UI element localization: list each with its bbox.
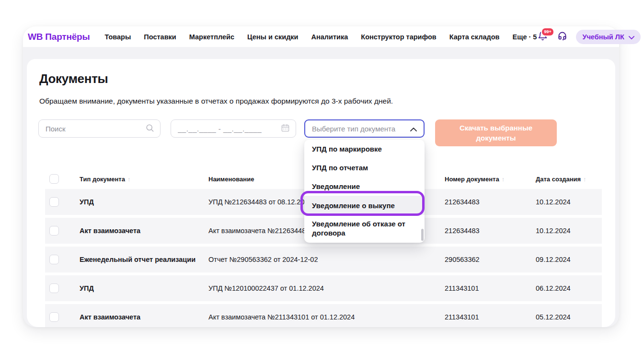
cell-number: 211343101 xyxy=(445,284,536,292)
cell-type: Еженедельный отчет реализации xyxy=(80,256,208,263)
date-range-input[interactable]: __.__.____ - __.__.____ xyxy=(171,119,296,138)
nav-item-supplies[interactable]: Поставки xyxy=(144,33,176,41)
nav-item-goods[interactable]: Товары xyxy=(105,33,131,41)
app-window: WB Партнёры Товары Поставки Маркетплейс … xyxy=(23,26,619,327)
dropdown-option-upd-marking[interactable]: УПД по маркировке xyxy=(304,140,425,158)
select-all-checkbox[interactable] xyxy=(49,174,59,184)
cell-date: 06.12.2024 xyxy=(536,284,602,292)
dropdown-option-upd-reports[interactable]: УПД по отчетам xyxy=(304,158,425,177)
search-input[interactable]: Поиск xyxy=(38,119,161,138)
cell-type: УПД xyxy=(80,198,208,206)
cell-type: Акт взаимозачета xyxy=(80,227,208,235)
date-placeholder: __.__.____ - __.__.____ xyxy=(178,125,281,133)
cell-number: 212634483 xyxy=(445,198,536,206)
notice-text: Обращаем внимание, документы указанные в… xyxy=(39,97,393,106)
nav-item-marketplace[interactable]: Маркетплейс xyxy=(189,33,234,41)
top-navbar: WB Партнёры Товары Поставки Маркетплейс … xyxy=(23,26,619,47)
documents-card: Документы Обращаем внимание, документы у… xyxy=(27,59,615,327)
cell-date: 09.12.2024 xyxy=(536,256,602,263)
table-row[interactable]: Еженедельный отчет реализации Отчет №290… xyxy=(45,247,602,272)
sort-asc-icon: ↑ xyxy=(502,176,505,183)
sort-asc-icon: ↑ xyxy=(583,176,586,183)
header-number[interactable]: Номер документа ↑ xyxy=(445,176,536,183)
dropdown-option-buyout-notification[interactable]: Уведомление о выкупе xyxy=(304,196,425,215)
nav-item-warehouse-map[interactable]: Карта складов xyxy=(449,33,500,41)
support-button[interactable] xyxy=(556,31,568,43)
download-selected-button[interactable]: Скачать выбранные документы xyxy=(435,119,557,146)
document-type-select[interactable]: Выберите тип документа xyxy=(304,119,425,138)
dropdown-scrollbar[interactable] xyxy=(421,229,424,241)
brand-logo[interactable]: WB Партнёры xyxy=(28,32,90,42)
document-type-dropdown: УПД по маркировке УПД по отчетам Уведомл… xyxy=(304,140,425,243)
header-date[interactable]: Дата создания ↑ xyxy=(536,176,602,183)
main-nav: Товары Поставки Маркетплейс Цены и скидк… xyxy=(105,33,537,41)
cell-number: 211343101 xyxy=(445,313,536,321)
nav-item-analytics[interactable]: Аналитика xyxy=(311,33,348,41)
dropdown-option-contract-refusal[interactable]: Уведомление об отказе от договора xyxy=(304,215,425,243)
page-title: Документы xyxy=(39,71,108,86)
nav-item-prices[interactable]: Цены и скидки xyxy=(247,33,299,41)
nav-item-more[interactable]: Еще · 5 xyxy=(512,33,537,41)
row-checkbox[interactable] xyxy=(49,312,59,322)
navbar-right-group: 99+ Учебный ЛК xyxy=(537,30,640,44)
row-checkbox[interactable] xyxy=(49,283,59,293)
nav-item-tariff-builder[interactable]: Конструктор тарифов xyxy=(361,33,436,41)
row-checkbox[interactable] xyxy=(49,226,59,236)
cell-name: Акт взаимозачета №211343101 от 01.12.202… xyxy=(208,313,445,321)
chevron-down-icon xyxy=(629,33,634,41)
search-placeholder: Поиск xyxy=(46,125,145,133)
headset-icon xyxy=(557,31,567,43)
dropdown-option-notification[interactable]: Уведомление xyxy=(304,177,425,196)
notification-badge: 99+ xyxy=(541,27,554,36)
cell-date: 10.12.2024 xyxy=(536,227,602,235)
table-row[interactable]: Акт взаимозачета Акт взаимозачета №21134… xyxy=(45,304,602,327)
cell-name: Отчет №290563362 от 2024-12-02 xyxy=(208,256,445,263)
notifications-button[interactable]: 99+ xyxy=(537,31,548,43)
cell-type: УПД xyxy=(80,284,208,292)
type-select-placeholder: Выберите тип документа xyxy=(312,125,410,133)
header-type[interactable]: Тип документа ↑ xyxy=(80,176,208,183)
cell-date: 10.12.2024 xyxy=(536,198,602,206)
row-checkbox[interactable] xyxy=(49,197,59,207)
calendar-icon xyxy=(281,123,290,134)
cell-date: 05.12.2024 xyxy=(536,313,602,321)
cell-type: Акт взаимозачета xyxy=(80,313,208,321)
row-checkbox[interactable] xyxy=(49,255,59,264)
cell-number: 290563362 xyxy=(445,256,536,263)
table-row[interactable]: УПД УПД №120100022437 от 01.12.2024 2113… xyxy=(45,275,602,301)
cell-number: 212634483 xyxy=(445,227,536,235)
sort-asc-icon: ↑ xyxy=(127,176,131,183)
chevron-up-icon xyxy=(410,125,417,133)
cell-name: УПД №120100022437 от 01.12.2024 xyxy=(208,284,445,292)
account-label: Учебный ЛК xyxy=(582,33,624,41)
account-menu-button[interactable]: Учебный ЛК xyxy=(576,30,640,44)
search-icon xyxy=(145,123,154,134)
